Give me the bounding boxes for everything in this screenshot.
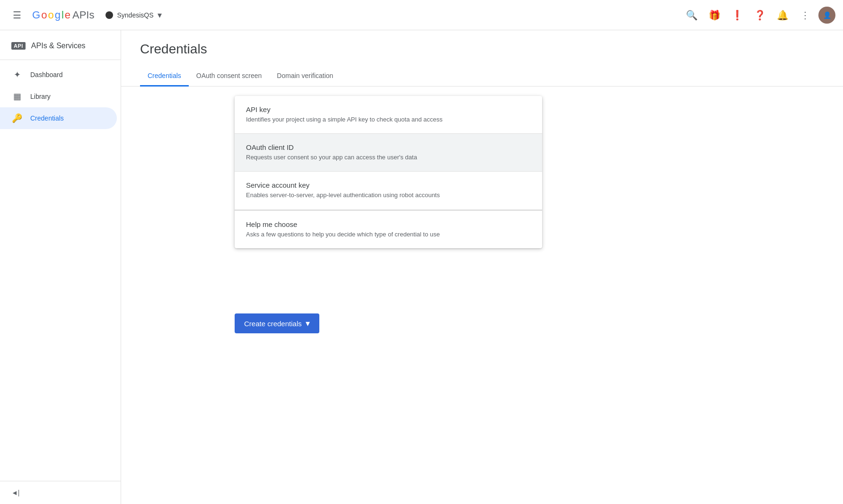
sidebar: API APIs & Services ✦ Dashboard ▦ Librar…	[0, 30, 121, 504]
library-icon: ▦	[11, 91, 23, 102]
sidebar-collapse-button[interactable]: ◄|	[0, 481, 121, 504]
sidebar-header: API APIs & Services	[0, 34, 121, 60]
api-key-title: API key	[246, 105, 531, 113]
more-button[interactable]: ⋮	[796, 6, 815, 25]
create-credentials-button[interactable]: Create credentials ▾	[235, 313, 319, 333]
tabs: Credentials OAuth consent screen Domain …	[140, 66, 824, 86]
menu-item-oauth-client[interactable]: OAuth client ID Requests user consent so…	[235, 134, 542, 172]
project-selector[interactable]: SyndesisQS ▾	[100, 7, 167, 23]
oauth-client-title: OAuth client ID	[246, 143, 531, 151]
user-avatar[interactable]: 👤	[818, 7, 835, 24]
tab-domain-verification[interactable]: Domain verification	[269, 66, 341, 87]
main-body: Create credentials ▾ API key Identifies …	[121, 87, 843, 352]
alert-button[interactable]: ❗	[728, 6, 746, 25]
layout: API APIs & Services ✦ Dashboard ▦ Librar…	[0, 30, 843, 504]
sidebar-item-label: Credentials	[30, 114, 64, 122]
menu-item-api-key[interactable]: API key Identifies your project using a …	[235, 96, 542, 134]
sidebar-item-dashboard[interactable]: ✦ Dashboard	[0, 64, 117, 86]
main-header: Credentials Credentials OAuth consent sc…	[121, 30, 843, 87]
create-credentials-dropdown-arrow: ▾	[306, 318, 310, 329]
dropdown-overlay: Create credentials ▾ API key Identifies …	[140, 313, 824, 333]
notifications-button[interactable]: 🔔	[773, 6, 792, 25]
dashboard-icon: ✦	[11, 70, 23, 80]
menu-item-service-account[interactable]: Service account key Enables server-to-se…	[235, 172, 542, 209]
topbar-left: ☰ Google APIs SyndesisQS ▾	[8, 6, 675, 25]
menu-button[interactable]: ☰	[8, 6, 26, 25]
project-dropdown-icon: ▾	[158, 10, 162, 20]
sidebar-item-label: Library	[30, 93, 51, 100]
main-content-area: Credentials Credentials OAuth consent sc…	[121, 30, 843, 504]
project-name: SyndesisQS	[117, 11, 153, 19]
api-badge: API	[11, 42, 26, 50]
project-dot-icon	[105, 11, 113, 19]
help-button[interactable]: ❓	[750, 6, 769, 25]
sidebar-item-credentials[interactable]: 🔑 Credentials	[0, 107, 117, 129]
tab-credentials[interactable]: Credentials	[140, 66, 189, 87]
oauth-client-description: Requests user consent so your app can ac…	[246, 153, 531, 162]
menu-item-help-choose[interactable]: Help me choose Asks a few questions to h…	[235, 210, 542, 248]
gift-button[interactable]: 🎁	[705, 6, 724, 25]
topbar-right: 🔍 🎁 ❗ ❓ 🔔 ⋮ 👤	[682, 6, 835, 25]
sidebar-item-library[interactable]: ▦ Library	[0, 86, 117, 107]
service-account-description: Enables server-to-server, app-level auth…	[246, 191, 531, 200]
help-choose-title: Help me choose	[246, 220, 531, 228]
help-choose-description: Asks a few questions to help you decide …	[246, 230, 531, 239]
service-account-title: Service account key	[246, 181, 531, 189]
credentials-icon: 🔑	[11, 113, 23, 123]
credentials-dropdown-menu: API key Identifies your project using a …	[235, 96, 542, 248]
page-title: Credentials	[140, 42, 824, 57]
search-button[interactable]: 🔍	[682, 6, 701, 25]
google-logo: Google APIs	[32, 9, 94, 21]
api-key-description: Identifies your project using a simple A…	[246, 115, 531, 124]
sidebar-item-label: Dashboard	[30, 71, 63, 78]
sidebar-title: APIs & Services	[31, 42, 86, 50]
topbar: ☰ Google APIs SyndesisQS ▾ 🔍 🎁 ❗ ❓ 🔔 ⋮ 👤	[0, 0, 843, 30]
tab-oauth-consent[interactable]: OAuth consent screen	[189, 66, 270, 87]
